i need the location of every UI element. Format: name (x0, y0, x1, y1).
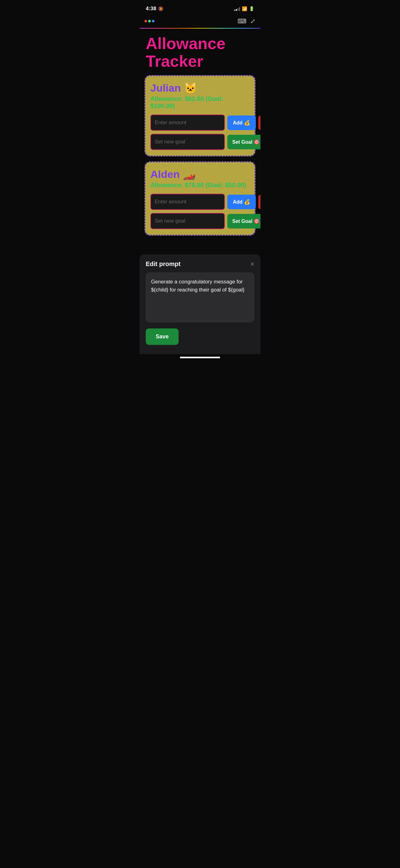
edit-prompt-header: Edit prompt × (146, 260, 254, 268)
alden-allowance-info: Allowance: $78.00 (Goal: $50.00) (151, 182, 249, 189)
page-title: Allowance Tracker (139, 29, 261, 75)
alden-card: Alden 🏎️ Allowance: $78.00 (Goal: $50.00… (144, 161, 256, 236)
alden-add-button[interactable]: Add 💰 (227, 195, 256, 209)
status-time: 4:38 (146, 6, 156, 12)
alden-goal-row: Set Goal 🎯 (151, 213, 249, 229)
save-button[interactable]: Save (146, 329, 178, 345)
alden-remove-button[interactable]: Remove 🚫 (258, 195, 261, 209)
spacer (139, 236, 261, 254)
julian-remove-button[interactable]: Remove 🚫 (258, 116, 261, 130)
signal-bars-icon (234, 6, 240, 11)
top-bar-actions[interactable]: ⌨ ⤢ (237, 18, 256, 25)
alden-name: Alden 🏎️ (151, 168, 249, 180)
julian-emoji: 🐱 (184, 82, 197, 94)
dot-blue (152, 20, 155, 22)
dot-green (148, 20, 151, 22)
status-bar: 4:38 🔕 📶 🔋 (139, 0, 261, 16)
cards-container: Julian 🐱 Allowance: $62.00 (Goal: $100.0… (139, 75, 261, 236)
alden-amount-input[interactable] (151, 194, 225, 210)
edit-prompt-title: Edit prompt (146, 260, 180, 268)
dot-red (144, 20, 147, 22)
edit-prompt-panel: Edit prompt × Generate a congratulatory … (139, 254, 261, 354)
alden-goal-input[interactable] (151, 213, 225, 229)
julian-allowance-info: Allowance: $62.00 (Goal: $100.00) (151, 95, 249, 110)
julian-goal-row: Set Goal 🎯 (151, 134, 249, 150)
prompt-textarea[interactable]: Generate a congratulatory message for ${… (146, 273, 254, 322)
keyboard-icon[interactable]: ⌨ (237, 18, 246, 25)
battery-icon: 🔋 (249, 6, 254, 11)
julian-goal-input[interactable] (151, 134, 225, 150)
julian-add-button[interactable]: Add 💰 (227, 116, 256, 130)
wifi-icon: 📶 (242, 6, 247, 11)
alden-set-goal-button[interactable]: Set Goal 🎯 (227, 214, 261, 228)
julian-input-row: Add 💰 Remove 🚫 (151, 115, 249, 131)
alden-input-row: Add 💰 Remove 🚫 (151, 194, 249, 210)
top-bar: ⌨ ⤢ (139, 16, 261, 29)
close-button[interactable]: × (250, 261, 254, 268)
alden-emoji: 🏎️ (182, 168, 196, 180)
julian-amount-input[interactable] (151, 115, 225, 131)
status-icons: 📶 🔋 (234, 6, 254, 11)
expand-icon[interactable]: ⤢ (250, 18, 256, 25)
home-indicator (139, 354, 261, 360)
bell-icon: 🔕 (158, 6, 163, 11)
home-bar (180, 357, 220, 358)
color-dots (144, 20, 155, 22)
julian-name: Julian 🐱 (151, 82, 249, 94)
julian-set-goal-button[interactable]: Set Goal 🎯 (227, 135, 261, 149)
save-row: Save (146, 323, 254, 345)
julian-card: Julian 🐱 Allowance: $62.00 (Goal: $100.0… (144, 75, 256, 156)
